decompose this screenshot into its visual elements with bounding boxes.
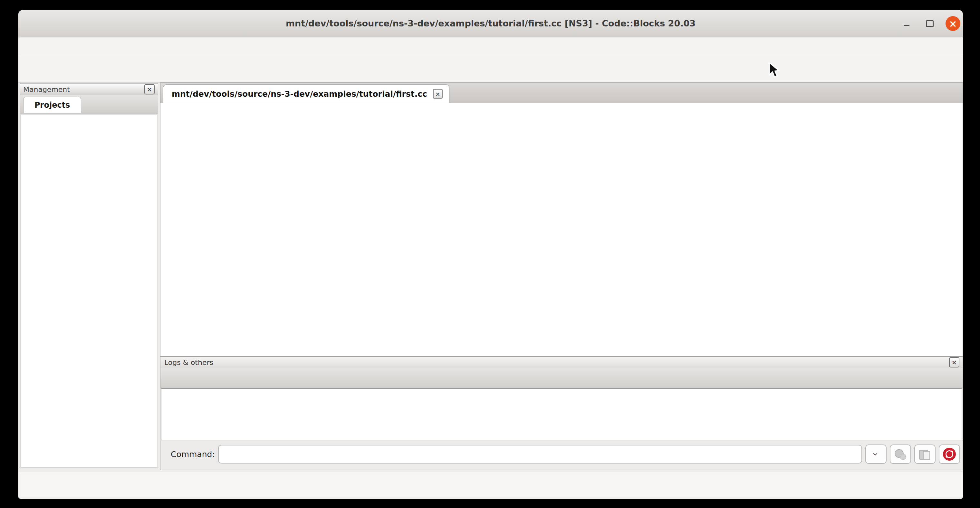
logs-panel: Logs & others × Command: › xyxy=(160,357,963,470)
toolbar xyxy=(18,56,963,83)
debugger-output[interactable] xyxy=(161,389,962,440)
editor-tab-label: mnt/dev/tools/source/ns-3-dev/examples/t… xyxy=(172,89,427,99)
command-input[interactable] xyxy=(218,445,862,463)
close-tab-icon[interactable]: × xyxy=(433,89,443,99)
management-caption: Management × xyxy=(20,84,158,95)
titlebar[interactable]: mnt/dev/tools/source/ns-3-dev/examples/t… xyxy=(18,10,963,37)
codeblocks-window: mnt/dev/tools/source/ns-3-dev/examples/t… xyxy=(18,10,963,499)
minimize-icon[interactable] xyxy=(899,16,914,31)
clear-log-button[interactable] xyxy=(939,444,960,464)
management-panel: Management × Projects xyxy=(20,83,158,468)
maximize-icon[interactable] xyxy=(922,16,937,31)
window-title: mnt/dev/tools/source/ns-3-dev/examples/t… xyxy=(18,10,963,37)
logs-caption-label: Logs & others xyxy=(164,358,213,366)
menubar xyxy=(18,37,963,56)
statusbar xyxy=(18,472,963,497)
debugger-command-row: Command: › xyxy=(161,440,962,469)
copy-icon xyxy=(919,449,931,460)
command-history-dropdown[interactable]: › xyxy=(865,444,886,464)
logs-tabbar xyxy=(161,368,963,389)
management-tabs: Projects xyxy=(20,95,158,113)
editor-tabbar: mnt/dev/tools/source/ns-3-dev/examples/t… xyxy=(161,83,963,103)
logs-caption: Logs & others × xyxy=(161,357,963,368)
close-management-icon[interactable]: × xyxy=(144,84,154,94)
window-controls: × xyxy=(899,10,960,37)
management-caption-label: Management xyxy=(23,85,70,94)
editor-tab-first-cc[interactable]: mnt/dev/tools/source/ns-3-dev/examples/t… xyxy=(163,84,449,103)
chevron-down-icon: › xyxy=(870,452,881,456)
copy-log-button[interactable] xyxy=(914,444,935,464)
project-tree xyxy=(21,114,157,467)
editor-notebook: mnt/dev/tools/source/ns-3-dev/examples/t… xyxy=(160,83,963,357)
stop-icon xyxy=(943,448,956,460)
gears-icon xyxy=(895,448,906,460)
close-icon[interactable]: × xyxy=(945,16,960,31)
close-logs-icon[interactable]: × xyxy=(949,357,959,368)
debugger-settings-button[interactable] xyxy=(890,444,911,464)
mouse-cursor xyxy=(768,62,783,79)
command-label: Command: xyxy=(171,450,215,459)
code-editor[interactable] xyxy=(161,103,963,356)
tab-projects[interactable]: Projects xyxy=(23,97,81,113)
